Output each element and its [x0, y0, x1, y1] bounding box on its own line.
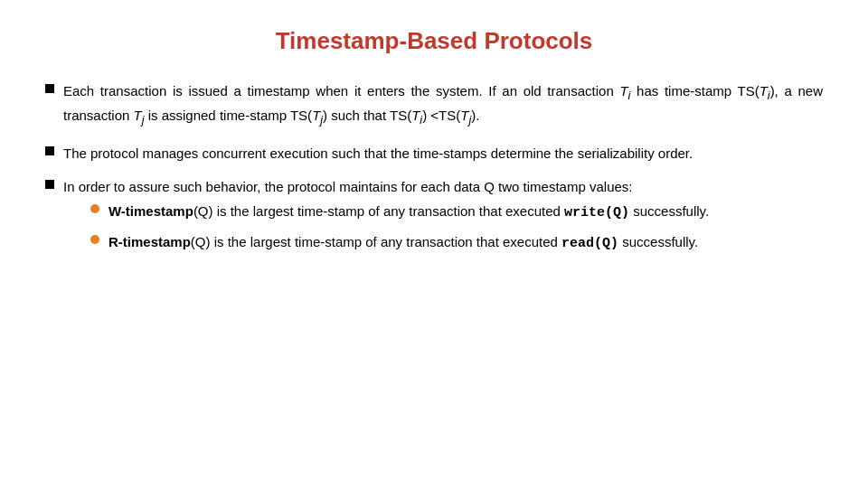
- bullet-item-1: Each transaction is issued a timestamp w…: [45, 80, 823, 130]
- sub-bullet-2: R-timestamp(Q) is the largest time-stamp…: [90, 231, 823, 254]
- sub-bullet-text-2: R-timestamp(Q) is the largest time-stamp…: [108, 231, 823, 254]
- bullet-text-3: In order to assure such behavior, the pr…: [63, 176, 823, 254]
- bullet-text-2: The protocol manages concurrent executio…: [63, 143, 823, 164]
- bullet-item-3: In order to assure such behavior, the pr…: [45, 176, 823, 254]
- bullet-item-2: The protocol manages concurrent executio…: [45, 143, 823, 164]
- sub-bullet-1: W-timestamp(Q) is the largest time-stamp…: [90, 201, 823, 223]
- slide-title: Timestamp-Based Protocols: [45, 27, 823, 55]
- slide: Timestamp-Based Protocols Each transacti…: [0, 0, 868, 488]
- bullet-square-icon-2: [45, 146, 54, 155]
- content-area: Each transaction is issued a timestamp w…: [45, 80, 823, 461]
- bullet-circle-icon-2: [90, 235, 99, 244]
- sub-bullet-text-1: W-timestamp(Q) is the largest time-stamp…: [108, 201, 823, 223]
- sub-bullets-container: W-timestamp(Q) is the largest time-stamp…: [63, 201, 823, 254]
- bullet-text-1: Each transaction is issued a timestamp w…: [63, 80, 823, 130]
- bullet-circle-icon-1: [90, 204, 99, 213]
- bullet-square-icon-3: [45, 180, 54, 189]
- bullet-square-icon-1: [45, 84, 54, 93]
